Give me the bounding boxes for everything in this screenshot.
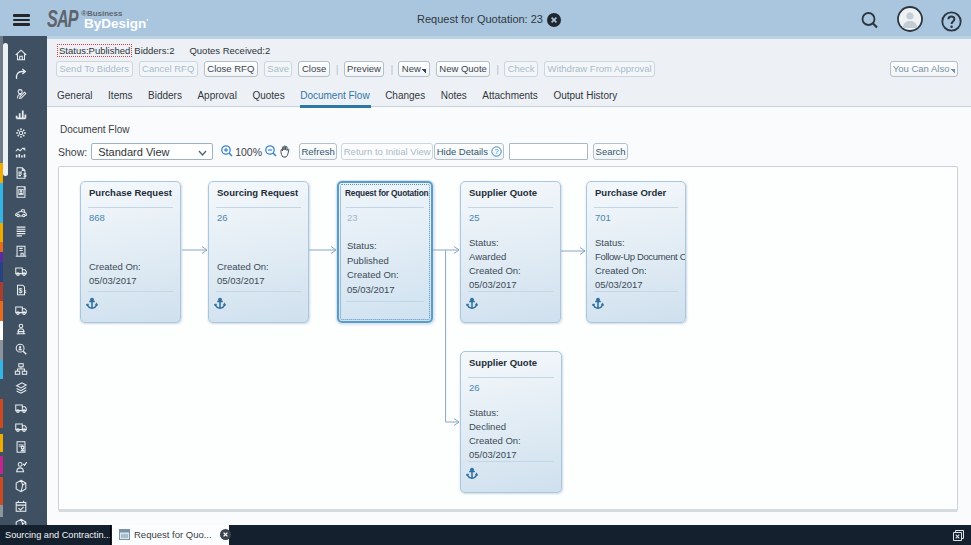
svg-text:$: $ [23,186,26,191]
svg-text:?: ? [494,147,498,156]
svg-text:$: $ [18,287,22,295]
svg-text:$: $ [23,172,27,178]
